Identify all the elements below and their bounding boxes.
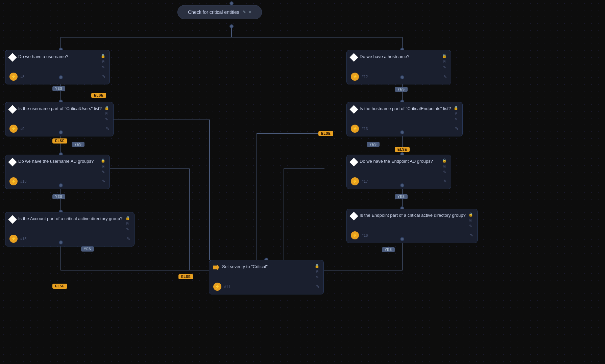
node-n18-edit[interactable]: ✎ xyxy=(102,179,105,184)
node-n11-title: Set severity to "Critical" xyxy=(222,264,312,270)
lock-icon[interactable]: 🔒 xyxy=(442,54,447,58)
node-n12-edit[interactable]: ✎ xyxy=(443,74,447,79)
node-n8-actions: 🔒 ⎘ ✎ xyxy=(101,54,105,70)
node-n15[interactable]: Is the Account part of a critical active… xyxy=(5,212,135,246)
diamond-icon xyxy=(349,212,358,220)
lightning-badge: ⚡ xyxy=(351,125,359,133)
badge-else-n13: ELSE xyxy=(318,131,333,136)
lock-icon[interactable]: 🔒 xyxy=(468,212,473,217)
edit-icon[interactable]: ✎ xyxy=(101,65,105,70)
node-n15-edit[interactable]: ✎ xyxy=(127,236,130,241)
copy-icon[interactable]: ⎘ xyxy=(442,59,447,64)
n12-bottom-connector xyxy=(400,75,404,79)
copy-icon[interactable]: ⎘ xyxy=(125,222,130,226)
n17-bottom-connector xyxy=(400,183,404,187)
node-n11[interactable]: Set severity to "Critical" 🔒 ⎘ ✎ ⚡ #11 ✎ xyxy=(209,260,324,294)
node-n16-title: Is the Endpoint part of a critical activ… xyxy=(360,212,466,218)
badge-else-n15: ELSE xyxy=(52,284,67,289)
diamond-icon xyxy=(349,158,358,166)
node-n18-title: Do we have the username AD groups? xyxy=(18,158,98,164)
badge-else-n9-out: ELSE xyxy=(52,138,67,144)
node-n9-edit[interactable]: ✎ xyxy=(106,126,109,131)
flow-canvas: Check for critical entities ✎ ✕ Do we ha… xyxy=(0,0,605,364)
node-n18[interactable]: Do we have the username AD groups? 🔒 ⎘ ✎… xyxy=(5,155,110,189)
node-n16[interactable]: Is the Endpoint part of a critical activ… xyxy=(346,209,478,243)
edit-icon[interactable]: ✎ xyxy=(442,170,447,175)
copy-icon[interactable]: ⎘ xyxy=(454,111,458,116)
edit-icon[interactable]: ✎ xyxy=(315,275,319,280)
start-node[interactable]: Check for critical entities ✎ ✕ xyxy=(177,5,262,19)
badge-yes-n17-n16: YES xyxy=(395,194,408,199)
copy-icon[interactable]: ⎘ xyxy=(101,59,105,64)
start-node-label: Check for critical entities xyxy=(188,9,239,15)
n16-bottom-connector xyxy=(400,237,404,241)
lock-icon[interactable]: 🔒 xyxy=(101,158,105,163)
lock-icon[interactable]: 🔒 xyxy=(315,264,319,268)
lightning-badge: ⚡ xyxy=(9,125,18,133)
copy-icon[interactable]: ⎘ xyxy=(315,269,319,274)
n15-bottom-connector xyxy=(59,240,63,244)
diamond-icon xyxy=(8,158,17,166)
badge-else-n9: ELSE xyxy=(91,93,106,98)
node-n11-id: #11 xyxy=(224,285,230,289)
node-n18-actions: 🔒 ⎘ ✎ xyxy=(101,158,105,175)
lightning-badge: ⚡ xyxy=(9,177,18,185)
node-n16-edit[interactable]: ✎ xyxy=(470,233,473,238)
node-n15-id: #15 xyxy=(20,237,26,241)
node-n13-title: Is the hostname part of "CriticalEndpoin… xyxy=(360,106,451,112)
node-n12[interactable]: Do we have a hostname? 🔒 ⎘ ✎ ⚡ #12 ✎ xyxy=(346,50,451,84)
copy-icon[interactable]: ⎘ xyxy=(468,218,473,223)
lightning-badge: ⚡ xyxy=(9,235,18,243)
lock-icon[interactable]: 🔒 xyxy=(454,106,458,110)
lock-icon[interactable]: 🔒 xyxy=(125,216,130,220)
node-n11-edit[interactable]: ✎ xyxy=(316,284,319,289)
node-n17-title: Do we have the Endpoint AD groups? xyxy=(360,158,439,164)
edit-icon[interactable]: ✎ xyxy=(101,170,105,175)
lock-icon[interactable]: 🔒 xyxy=(442,158,447,163)
n9-bottom-connector xyxy=(59,130,63,134)
start-bottom-connector xyxy=(229,24,234,28)
node-n9-title: Is the username part of "CriticalUsers" … xyxy=(18,106,102,112)
node-n11-actions: 🔒 ⎘ ✎ xyxy=(315,264,319,280)
copy-icon[interactable]: ⎘ xyxy=(104,111,109,116)
edit-icon[interactable]: ✎ xyxy=(125,227,130,232)
diamond-icon xyxy=(8,53,17,61)
lock-icon[interactable]: 🔒 xyxy=(101,54,105,58)
node-n8-edit[interactable]: ✎ xyxy=(102,74,105,79)
copy-icon[interactable]: ⎘ xyxy=(101,164,105,169)
badge-yes-n13-n17: YES xyxy=(367,142,380,147)
node-n17-id: #17 xyxy=(362,179,368,183)
copy-icon[interactable]: ⎘ xyxy=(442,164,447,169)
start-node-actions: ✎ ✕ xyxy=(243,10,251,15)
edit-icon[interactable]: ✎ xyxy=(454,117,458,122)
edit-icon[interactable]: ✎ xyxy=(442,65,447,70)
diamond-icon xyxy=(349,105,358,113)
node-n17-edit[interactable]: ✎ xyxy=(443,179,447,184)
node-n12-id: #12 xyxy=(362,75,368,79)
n18-bottom-connector xyxy=(59,183,63,187)
diamond-icon xyxy=(8,215,17,224)
node-n17[interactable]: Do we have the Endpoint AD groups? 🔒 ⎘ ✎… xyxy=(346,155,451,189)
node-n8-title: Do we have a username? xyxy=(18,54,98,60)
node-n8[interactable]: Do we have a username? 🔒 ⎘ ✎ ⚡ #8 ✎ xyxy=(5,50,110,84)
edit-icon[interactable]: ✎ xyxy=(243,10,246,15)
lightning-badge: ⚡ xyxy=(351,177,359,185)
node-n12-title: Do we have a hostname? xyxy=(360,54,439,60)
edit-icon[interactable]: ✎ xyxy=(468,224,473,229)
lock-icon[interactable]: 🔒 xyxy=(104,106,109,110)
n8-bottom-connector xyxy=(59,75,63,79)
node-n16-id: #16 xyxy=(362,233,368,237)
diamond-icon xyxy=(349,53,358,61)
edit-icon[interactable]: ✎ xyxy=(104,117,109,122)
node-n8-id: #8 xyxy=(20,75,24,79)
diamond-icon xyxy=(8,105,17,113)
node-n13-id: #13 xyxy=(362,127,368,131)
badge-yes-n9-n18: YES xyxy=(72,142,84,147)
lightning-badge: ⚡ xyxy=(351,73,359,81)
node-n13[interactable]: Is the hostname part of "CriticalEndpoin… xyxy=(346,102,463,136)
badge-yes-n15: YES xyxy=(81,246,94,252)
badge-yes-n8-n9: YES xyxy=(52,86,65,91)
node-n13-edit[interactable]: ✎ xyxy=(455,126,458,131)
close-icon[interactable]: ✕ xyxy=(248,10,251,15)
lightning-badge: ⚡ xyxy=(9,73,18,81)
